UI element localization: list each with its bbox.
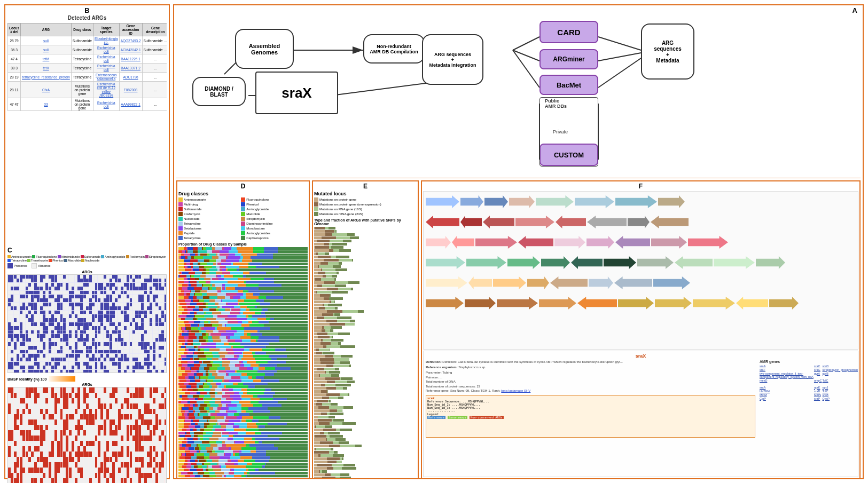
e-bar-segment [327, 390, 328, 393]
heatmap-cell [155, 338, 158, 342]
heatmap-cell [153, 425, 155, 430]
heatmap-cell [144, 387, 147, 393]
heatmap-cell [95, 457, 98, 462]
heatmap-cell [130, 473, 132, 478]
bar-segment [237, 318, 247, 321]
heatmap-cell [161, 303, 164, 306]
heatmap-cell [165, 362, 167, 366]
heatmap-cell [51, 398, 54, 403]
amr-gene-item[interactable]: CjpP [760, 397, 814, 400]
bar-segment [217, 407, 221, 410]
cell-accession[interactable]: F087003 [119, 82, 142, 98]
bar-row [178, 263, 308, 265]
heatmap-cell [141, 370, 144, 373]
bar-row [178, 272, 308, 274]
heatmap-cell [31, 419, 34, 425]
bar-row [178, 432, 308, 434]
bar-segment [206, 272, 209, 274]
heatmap-cell [75, 478, 77, 483]
amr-gene-item[interactable]: MdtM [760, 393, 814, 397]
heatmap-cell [135, 354, 138, 358]
amr-gene-item[interactable]: sraA [760, 386, 814, 389]
heatmap-cell [135, 362, 138, 366]
cell-accession[interactable]: ADU1796 [119, 73, 142, 82]
amr-gene-item[interactable]: oprJ [823, 386, 858, 389]
heatmap-cell [132, 452, 135, 457]
e-bar-segment [320, 358, 334, 361]
amr-gene-item[interactable]: sraC [814, 365, 822, 368]
identity-gradient [49, 376, 75, 382]
amr-gene-item[interactable]: sraD [823, 365, 858, 368]
amr-gene-item[interactable]: blaTEM [760, 390, 814, 393]
heatmap-cell [127, 275, 129, 279]
heatmap-cell [40, 303, 43, 306]
amr-gene-item[interactable]: aprE [814, 386, 822, 389]
amr-gene-item[interactable]: CyaP [823, 397, 858, 400]
heatmap-cell [31, 275, 34, 279]
bar-segment [240, 296, 246, 299]
heatmap-cell [165, 342, 167, 346]
heatmap-cell [20, 457, 22, 462]
cell-accession[interactable]: BAA11226.1 [119, 54, 142, 64]
cell-accession[interactable]: ACM42042.1 [119, 45, 142, 54]
heatmap-cell [80, 283, 83, 287]
heatmap-cell [26, 318, 28, 322]
bar-segment [212, 278, 218, 281]
bar-segment [287, 423, 308, 425]
bar-segment [210, 333, 221, 336]
amr-gene-item[interactable]: gyrA [814, 372, 822, 378]
heatmap-cell [106, 362, 109, 366]
heatmap-cell [121, 291, 123, 295]
cell-accession[interactable]: AAA99822.1 [119, 98, 142, 111]
heatmap-cell [89, 452, 92, 457]
drug-label: Streptomycin [246, 217, 265, 220]
amr-gene-item[interactable]: sraP [814, 397, 822, 400]
heatmap-cell [77, 338, 80, 342]
heatmap-cell [60, 436, 63, 441]
heatmap-cell [72, 419, 74, 425]
amr-gene-item[interactable]: two-component_regulator_II_two-component… [760, 372, 814, 378]
heatmap-cell [49, 436, 51, 441]
bar-segment [241, 373, 247, 376]
amr-gene-item[interactable]: TolC [823, 379, 858, 385]
heatmap-cell [132, 358, 135, 361]
amr-gene-item[interactable]: sraA [760, 365, 814, 368]
heatmap-cell [51, 330, 54, 334]
bar-segment [204, 352, 212, 354]
heatmap-cell [75, 441, 77, 446]
heatmap-cell [144, 430, 147, 436]
amr-gene-item[interactable]: gyrB [823, 372, 858, 378]
e-bar-segment [331, 342, 338, 345]
heatmap-cell [106, 419, 109, 425]
amr-gene-item[interactable]: sraF [760, 368, 814, 371]
amr-gene-item[interactable]: sraB [814, 390, 822, 393]
legend-color [58, 255, 61, 258]
heatmap-cell [54, 330, 57, 334]
bar-segment [220, 355, 225, 358]
bar-segment [182, 333, 189, 336]
heatmap-cell [54, 334, 57, 338]
e-bar-segment [334, 358, 349, 361]
amr-gene-item[interactable]: MdtN [814, 393, 822, 397]
bar-segment [273, 395, 308, 398]
cell-accession[interactable]: AQG27493.2 [119, 36, 142, 45]
bar-segment [184, 469, 189, 471]
e-bar-segment [314, 381, 327, 383]
amr-gene-item[interactable]: sraB [823, 393, 858, 397]
bar-segment [234, 475, 242, 478]
heatmap-cell [77, 366, 80, 369]
bar-segment [186, 379, 190, 382]
amr-gene-item[interactable]: TolC [823, 390, 858, 393]
amr-gene-item[interactable]: mexD [760, 379, 814, 385]
heatmap-cell [40, 358, 43, 361]
amr-gene-item[interactable]: streptomycin_phosphotransferase [823, 368, 858, 371]
amr-gene-item[interactable]: ompC [814, 379, 822, 385]
heatmap-cell [17, 358, 19, 361]
bar-segment [198, 355, 206, 358]
heatmap-cell [54, 303, 57, 306]
amr-gene-item[interactable]: sraG [814, 368, 822, 371]
cell-accession[interactable]: BAA13371.2 [119, 64, 142, 73]
heatmap-cell [72, 478, 74, 483]
bar-segment [207, 460, 212, 462]
bar-segment [181, 346, 185, 349]
